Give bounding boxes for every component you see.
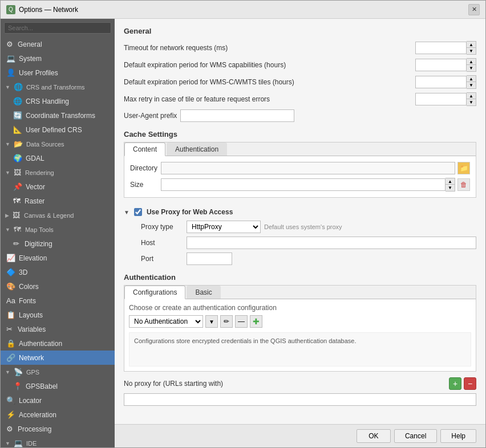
wmsc-expiry-input-wrap: 24 ▲ ▼ (415, 75, 476, 89)
app-icon: Q (6, 5, 15, 14)
sidebar-item-vector[interactable]: 📌 Vector (1, 180, 115, 194)
timeout-spin-down[interactable]: ▼ (467, 48, 476, 54)
close-button[interactable]: ✕ (468, 4, 480, 15)
sidebar-item-elevation[interactable]: 📈 Elevation (1, 251, 115, 265)
sidebar-item-label: Colors (19, 283, 39, 291)
tab-basic[interactable]: Basic (187, 286, 220, 299)
sidebar-item-processing[interactable]: ⚙ Processing (1, 422, 115, 436)
sidebar-item-user-profiles[interactable]: 👤 User Profiles (1, 66, 115, 80)
sidebar-item-gps[interactable]: ▼ 📡 GPS (1, 365, 115, 379)
useragent-input[interactable]: Mozilla/5.0 (180, 109, 294, 122)
proxy-host-row: Host 192.168.1.3 (141, 237, 476, 249)
sidebar-item-general[interactable]: ⚙ General (1, 37, 115, 51)
data-sources-icon: 📂 (14, 140, 23, 148)
auth-edit-button[interactable]: ✏ (220, 315, 233, 328)
timeout-input[interactable]: 60000 (415, 42, 467, 54)
sidebar-item-label: Acceleration (19, 411, 56, 419)
sidebar-item-canvas-legend[interactable]: ▶ 🖼 Canvas & Legend (1, 208, 115, 222)
sidebar-item-raster[interactable]: 🗺 Raster (1, 194, 115, 208)
sidebar-item-fonts[interactable]: Aa Fonts (1, 294, 115, 308)
sidebar-item-label: Layouts (19, 311, 43, 319)
cancel-button[interactable]: Cancel (394, 429, 437, 443)
ok-button[interactable]: OK (357, 429, 391, 443)
sidebar-item-label: User Defined CRS (26, 126, 82, 134)
sidebar-item-3d[interactable]: 🔷 3D (1, 265, 115, 279)
main-body: ⚙ General 💻 System 👤 User Profiles ▼ 🌐 C… (1, 19, 485, 447)
help-button[interactable]: Help (440, 429, 476, 443)
sidebar-item-map-tools[interactable]: ▼ 🗺 Map Tools (1, 222, 115, 237)
size-spin-down[interactable]: ▼ (446, 185, 455, 191)
proxy-port-input[interactable]: 8080 (187, 252, 232, 265)
sidebar-item-digitizing[interactable]: ✏ Digitizing (1, 237, 115, 251)
wms-expiry-input[interactable]: 24 (415, 59, 467, 71)
sidebar-item-rendering[interactable]: ▼ 🖼 Rendering (1, 165, 115, 180)
sidebar-item-authentication[interactable]: 🔒 Authentication (1, 336, 115, 351)
sidebar-item-colors[interactable]: 🎨 Colors (1, 279, 115, 294)
sidebar-search-input[interactable] (4, 22, 111, 34)
size-input[interactable]: Smart cache size (161, 178, 446, 191)
no-proxy-input[interactable]: www.proprietary-gis.com (124, 393, 476, 406)
dir-row: Directory C:/Users/Selma/AppData/Local/Q… (130, 162, 470, 174)
crs-icon: 🌐 (14, 83, 23, 91)
proxy-settings: Proxy type HttpProxy Socks5Proxy Default… (124, 221, 476, 265)
sidebar-item-label: Fonts (19, 297, 36, 305)
wmsc-expiry-spin-up[interactable]: ▲ (467, 76, 476, 82)
size-spinners: ▲ ▼ (446, 178, 455, 192)
auth-remove-button[interactable]: — (235, 315, 248, 328)
wms-expiry-spin-up[interactable]: ▲ (467, 59, 476, 65)
sidebar-item-crs-transforms[interactable]: ▼ 🌐 CRS and Transforms (1, 80, 115, 94)
proxy-header: ▼ Use Proxy for Web Access (124, 205, 476, 221)
tab-authentication[interactable]: Authentication (167, 142, 227, 156)
wmsc-expiry-spin-down[interactable]: ▼ (467, 82, 476, 88)
sidebar-item-ide[interactable]: ▼ 💻 IDE (1, 436, 115, 447)
timeout-input-wrap: 60000 ▲ ▼ (415, 41, 476, 55)
max-retry-spin-down[interactable]: ▼ (467, 99, 476, 105)
clear-cache-button[interactable]: 🗑 (457, 178, 470, 191)
sidebar-item-label: Coordinate Transforms (26, 112, 95, 120)
proxy-host-input[interactable]: 192.168.1.3 (187, 237, 476, 249)
no-proxy-remove-button[interactable]: − (464, 377, 476, 390)
colors-icon: 🎨 (6, 282, 15, 291)
dir-input[interactable]: C:/Users/Selma/AppData/Local/QGIS/QGIS3/… (161, 162, 455, 174)
sidebar-item-layouts[interactable]: 📋 Layouts (1, 308, 115, 322)
sidebar-item-network[interactable]: 🔗 Network (1, 351, 115, 365)
tab-content[interactable]: Content (124, 142, 165, 156)
sidebar-item-gdal[interactable]: 🌍 GDAL (1, 151, 115, 165)
sidebar-item-coordinate-transforms[interactable]: 🔄 Coordinate Transforms (1, 108, 115, 123)
wmsc-expiry-input[interactable]: 24 (415, 76, 467, 88)
proxy-type-note: Default uses system's proxy (264, 223, 342, 230)
sidebar-item-crs-handling[interactable]: 🌐 CRS Handling (1, 94, 115, 108)
timeout-spin-up[interactable]: ▲ (467, 42, 476, 48)
sidebar-item-locator[interactable]: 🔍 Locator (1, 393, 115, 408)
proxy-type-select[interactable]: HttpProxy Socks5Proxy DefaultProxy NoPro… (187, 221, 261, 233)
folder-button[interactable]: 📁 (457, 162, 470, 174)
max-retry-input[interactable]: 3 (415, 93, 467, 105)
no-proxy-add-button[interactable]: + (449, 377, 461, 390)
auth-config-select[interactable]: No Authentication (129, 315, 203, 328)
sidebar-item-acceleration[interactable]: ⚡ Acceleration (1, 408, 115, 422)
title-bar-left: Q Options — Network (6, 5, 78, 14)
useragent-row: User-Agent prefix Mozilla/5.0 (124, 109, 476, 122)
tab-configurations[interactable]: Configurations (124, 286, 185, 299)
proxy-host-label: Host (141, 239, 187, 247)
auth-dropdown-button[interactable]: ▼ (205, 315, 218, 328)
proxy-enabled-checkbox[interactable] (134, 208, 142, 216)
sidebar-item-label: Rendering (25, 169, 54, 176)
auth-controls: No Authentication ▼ ✏ — ✚ (129, 315, 471, 328)
wms-expiry-spin-down[interactable]: ▼ (467, 65, 476, 71)
size-input-wrap: Smart cache size ▲ ▼ (161, 178, 455, 192)
vector-icon: 📌 (13, 182, 22, 191)
max-retry-spin-up[interactable]: ▲ (467, 93, 476, 99)
size-spin-up[interactable]: ▲ (446, 178, 455, 185)
chevron-down-icon: ▼ (5, 369, 10, 375)
auth-box: Configurations Basic Choose or create an… (124, 285, 476, 372)
sidebar-item-system[interactable]: 💻 System (1, 51, 115, 66)
proxy-collapse-button[interactable]: ▼ (124, 209, 129, 215)
max-retry-row: Max retry in case of tile or feature req… (124, 92, 476, 106)
wms-expiry-spinners: ▲ ▼ (467, 58, 476, 72)
sidebar-item-user-defined-crs[interactable]: 📐 User Defined CRS (1, 123, 115, 137)
sidebar-item-variables[interactable]: ✂ Variables (1, 322, 115, 336)
auth-add-button[interactable]: ✚ (250, 315, 262, 328)
sidebar-item-gpsbabel[interactable]: 📍 GPSBabel (1, 379, 115, 393)
sidebar-item-data-sources[interactable]: ▼ 📂 Data Sources (1, 137, 115, 151)
